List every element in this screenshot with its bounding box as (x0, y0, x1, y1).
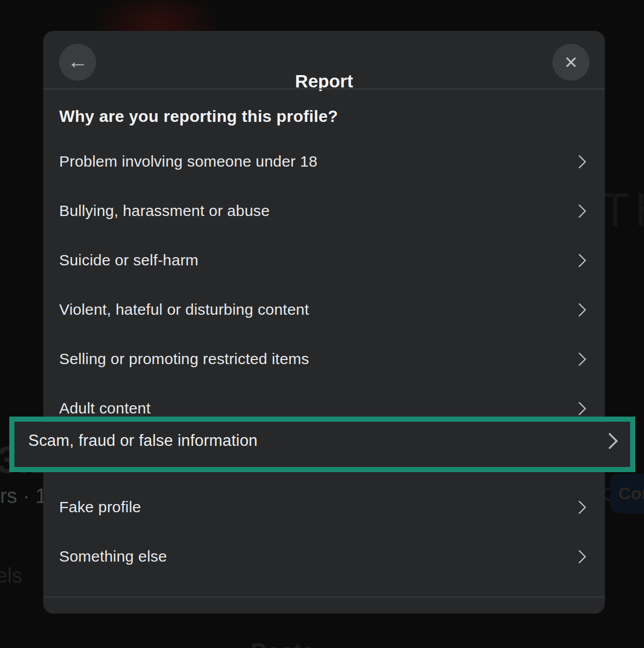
background-letters: TH (601, 183, 644, 237)
option-label: Fake profile (59, 498, 141, 516)
report-option-something-else[interactable]: Something else (43, 532, 605, 581)
chevron-right-icon (573, 204, 586, 218)
modal-backdrop[interactable]: 3.1 rs · 17 TH Con els Posts ← Report ✕ … (0, 0, 644, 648)
report-question-heading: Why are you reporting this profile? (59, 107, 338, 126)
report-option-suicide[interactable]: Suicide or self-harm (43, 236, 605, 285)
report-option-scam-fraud[interactable]: Scam, fraud or false information (14, 422, 630, 467)
option-label: Selling or promoting restricted items (59, 350, 309, 368)
report-option-fake-profile[interactable]: Fake profile (43, 482, 605, 532)
chevron-right-icon (573, 550, 586, 564)
report-option-violent[interactable]: Violent, hateful or disturbing content (43, 285, 605, 334)
tab-posts-fragment: Posts (251, 638, 315, 648)
tab-reels-fragment: els (0, 564, 22, 587)
footer-divider (43, 597, 605, 598)
close-button[interactable]: ✕ (552, 44, 589, 81)
chevron-right-icon (573, 500, 586, 514)
close-icon: ✕ (564, 54, 578, 71)
option-label: Scam, fraud or false information (28, 431, 258, 450)
back-arrow-icon: ← (67, 51, 88, 71)
contact-button: Con (610, 474, 644, 513)
chevron-right-icon (601, 433, 618, 449)
chevron-right-icon (573, 402, 586, 416)
annotation-highlight-box: Scam, fraud or false information (9, 417, 635, 472)
report-dialog: ← Report ✕ Why are you reporting this pr… (43, 31, 605, 614)
chevron-right-icon (573, 155, 586, 169)
report-option-selling-restricted[interactable]: Selling or promoting restricted items (43, 334, 605, 384)
option-label: Problem involving someone under 18 (59, 153, 317, 170)
option-label: Something else (59, 548, 167, 565)
dialog-header: ← Report ✕ (43, 31, 605, 89)
chevron-right-icon (573, 303, 586, 317)
option-label: Bullying, harassment or abuse (59, 202, 270, 220)
option-label: Adult content (59, 400, 151, 417)
report-option-bullying[interactable]: Bullying, harassment or abuse (43, 186, 605, 236)
chevron-right-icon (573, 352, 586, 366)
report-option-under-18[interactable]: Problem involving someone under 18 (43, 137, 605, 186)
header-divider (43, 88, 605, 89)
option-label: Violent, hateful or disturbing content (59, 301, 309, 318)
chevron-right-icon (573, 254, 586, 267)
option-label: Suicide or self-harm (59, 251, 199, 269)
